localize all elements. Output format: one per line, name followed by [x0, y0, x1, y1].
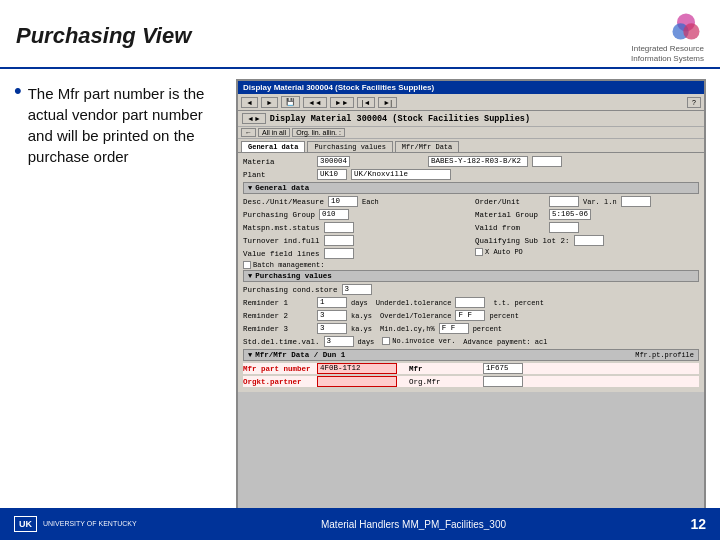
- bullet-item-1: • The Mfr part number is the actual vend…: [14, 83, 224, 167]
- sap-inner-title-text: Display Material 300004 (Stock Facilitie…: [270, 114, 530, 124]
- underdel-label: Underdel.tolerance: [376, 299, 452, 307]
- sap-inner-nav[interactable]: ◄►: [242, 113, 266, 124]
- desc-val[interactable]: 10: [328, 196, 358, 207]
- sap-body: Materia 300004 BABES-Y-182-R03-B/K2 Plan…: [238, 153, 704, 392]
- purch-section-arrow: ▼: [248, 272, 252, 280]
- rem1-row: Reminder 1 1 days Underdel.tolerance t.t…: [243, 297, 699, 308]
- svg-point-2: [683, 23, 699, 39]
- rem1-label: Reminder 1: [243, 299, 313, 307]
- tab-purchasing-values[interactable]: Purchasing values: [307, 141, 392, 152]
- order-unit-field[interactable]: [549, 196, 579, 207]
- value-field[interactable]: [324, 248, 354, 259]
- auto-po-checkbox[interactable]: [475, 248, 483, 256]
- iris-logo-icon: [668, 8, 704, 44]
- material-field[interactable]: 300004: [317, 156, 350, 167]
- page-footer: UK UNIVERSITY OF KENTUCKY Material Handl…: [0, 508, 720, 540]
- batch-checkbox[interactable]: [243, 261, 251, 269]
- batch-mgmt-label: Batch management:: [253, 261, 324, 269]
- page-title: Purchasing View: [16, 23, 191, 49]
- purch-cond-field[interactable]: 3: [342, 284, 372, 295]
- sap-tab-bar: General data Purchasing values Mfr/Mfr D…: [238, 139, 704, 153]
- purch-cond-row: Purchasing cond.store 3: [243, 284, 699, 295]
- overdel-field[interactable]: F F: [455, 310, 485, 321]
- sap-nav-allin[interactable]: All in all: [258, 128, 290, 137]
- var-len-label: Var. l.n: [583, 198, 617, 206]
- turnover-field[interactable]: [324, 235, 354, 246]
- rem3-field[interactable]: 3: [317, 323, 347, 334]
- qualifying-sub-field[interactable]: [574, 235, 604, 246]
- purch-values-section: ▼ Purchasing values: [243, 270, 699, 282]
- tab-general-data[interactable]: General data: [241, 141, 305, 152]
- general-data-label: General data: [255, 184, 309, 192]
- valid-from-row: Valid from: [475, 222, 699, 233]
- stddel-unit: days: [358, 338, 375, 346]
- material-label: Materia: [243, 158, 313, 166]
- base-unit-field[interactable]: BABES-Y-182-R03-B/K2: [428, 156, 528, 167]
- sap-toolbar-1: ◄ ► 💾 ◄◄ ►► |◄ ►| ?: [238, 94, 704, 111]
- plant-field[interactable]: UK10: [317, 169, 347, 180]
- mindelcy-field[interactable]: F F: [439, 323, 469, 334]
- sap-help-btn[interactable]: ?: [687, 97, 701, 108]
- sap-save-btn[interactable]: 💾: [281, 96, 300, 108]
- mfr-part-field[interactable]: 4F0B-1T12: [317, 363, 397, 374]
- tab-mfr-data[interactable]: Mfr/Mfr Data: [395, 141, 459, 152]
- footer-page-number: 12: [690, 516, 706, 532]
- mindelcy-unit: percent: [473, 325, 502, 333]
- org-mfr-right-field[interactable]: [483, 376, 523, 387]
- underdel-field[interactable]: [455, 297, 485, 308]
- sap-inner-title: ◄► Display Material 300004 (Stock Facili…: [238, 111, 704, 127]
- mfr-section: ▼ Mfr/Mfr Data / Dun 1 Mfr.pt.profile: [243, 349, 699, 361]
- sap-nav-back[interactable]: ←: [241, 128, 256, 137]
- sap-first-btn[interactable]: |◄: [357, 97, 376, 108]
- purch-group-field[interactable]: 010: [319, 209, 349, 220]
- mindelcy-label: Min.del.cy,h%: [380, 325, 435, 333]
- purch-cond-label: Purchasing cond.store: [243, 286, 338, 294]
- plant-label: Plant: [243, 171, 313, 179]
- org-mfr-field[interactable]: [317, 376, 397, 387]
- matspn-label: Matspn.mst.status: [243, 224, 320, 232]
- base-unit-extra[interactable]: [532, 156, 562, 167]
- general-data-section: ▼ General data: [243, 182, 699, 194]
- purch-values-label: Purchasing values: [255, 272, 332, 280]
- sap-next-btn[interactable]: ►►: [330, 97, 354, 108]
- matspn-row: Matspn.mst.status: [243, 222, 467, 233]
- plant-row: Plant UK10 UK/Knoxville: [243, 169, 699, 180]
- org-mfr-right-label: Org.Mfr: [409, 378, 479, 386]
- rem2-unit: ka.ys: [351, 312, 372, 320]
- iris-logo: Integrated ResourceInformation Systems: [631, 8, 704, 63]
- stddel-label: Std.del.time.val.: [243, 338, 320, 346]
- desc-row: Desc./Unit/Measure 10 Each: [243, 196, 467, 207]
- underdel-pct: t.t. percent: [493, 299, 543, 307]
- sap-nav-orgunit[interactable]: Org. lin. allin. :: [292, 128, 345, 137]
- purch-left-col: Purchasing cond.store 3 Reminder 1 1 day…: [243, 284, 699, 349]
- purch-values-body: Purchasing cond.store 3 Reminder 1 1 day…: [243, 284, 699, 349]
- matspn-field[interactable]: [324, 222, 354, 233]
- mfr-part-label: Mfr part number: [243, 365, 313, 373]
- qualifying-sub-row: Qualifying Sub lot 2:: [475, 235, 699, 246]
- material-group-row: Material Group 5:105-06: [475, 209, 699, 220]
- no-invoice-label: No.invoice ver.: [392, 337, 455, 345]
- var-len-field[interactable]: [621, 196, 651, 207]
- main-content: • The Mfr part number is the actual vend…: [0, 69, 720, 525]
- rem3-label: Reminder 3: [243, 325, 313, 333]
- left-col: Desc./Unit/Measure 10 Each Purchasing Gr…: [243, 196, 467, 270]
- sap-back-btn[interactable]: ◄: [241, 97, 258, 108]
- qualifying-sub-label: Qualifying Sub lot 2:: [475, 237, 570, 245]
- plant-name-field[interactable]: UK/Knoxville: [351, 169, 451, 180]
- material-group-field[interactable]: 5:105-06: [549, 209, 591, 220]
- sap-prev-btn[interactable]: ◄◄: [303, 97, 327, 108]
- bullet-text-1: The Mfr part number is the actual vendor…: [28, 83, 224, 167]
- desc-unit: Each: [362, 198, 379, 206]
- sap-last-btn[interactable]: ►|: [378, 97, 397, 108]
- no-invoice-checkbox[interactable]: [382, 337, 390, 345]
- mfr-field[interactable]: 1F675: [483, 363, 523, 374]
- value-field-row: Value field lines: [243, 248, 467, 259]
- stddel-field[interactable]: 3: [324, 336, 354, 347]
- footer-center-text: Material Handlers MM_PM_Facilities_300: [321, 519, 506, 530]
- bullet-dot: •: [14, 80, 22, 102]
- rem1-field[interactable]: 1: [317, 297, 347, 308]
- valid-from-field[interactable]: [549, 222, 579, 233]
- sap-fwd-btn[interactable]: ►: [261, 97, 278, 108]
- sap-outer-title: Display Material 300004 (Stock Facilitie…: [238, 81, 704, 94]
- rem2-field[interactable]: 3: [317, 310, 347, 321]
